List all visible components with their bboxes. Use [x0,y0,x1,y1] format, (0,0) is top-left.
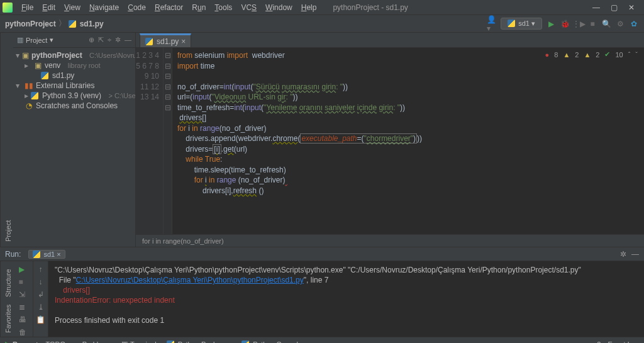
editor-tab-row: sd1.py × [136,33,644,48]
run-body: Favorites Structure ▶ ■ ⇲ ≣ 🖶 🗑 ↑ ↓ ↲ ⤓ … [0,261,644,337]
tab-project[interactable]: Project [2,220,12,242]
menu-view[interactable]: View [60,1,84,14]
collapse-all-icon[interactable]: ÷ [108,36,111,44]
run-config-select[interactable]: sd1 ▾ [501,18,542,30]
menu-edit[interactable]: Edit [38,1,59,14]
chevron-up-icon[interactable]: ˆ [628,51,631,59]
inspections-widget[interactable]: ●8 ▲2 ▲2 ✔10 ˆ ˇ [545,50,638,59]
fold-gutter: ⊟ ⊟ ⊟ ⊟ ⊟ ⊟ [164,48,172,234]
bt-event-log[interactable]: ●2 Event Log [591,340,639,344]
crumb-project[interactable]: pythonProject [5,20,56,28]
terminal-icon: ▣ [121,340,128,343]
menu-code[interactable]: Code [124,1,150,14]
bt-problems[interactable]: ●Problems [75,340,111,344]
run-action-gutter-2: ↑ ↓ ↲ ⤓ 📋 [33,261,48,337]
library-icon: ▮▮ [25,81,33,90]
bt-terminal[interactable]: ▣Terminal [121,340,157,343]
close-tab-icon[interactable]: × [181,37,186,46]
traceback-link[interactable]: C:\Users\Novruz\Desktop\Çalışma Yeri\Pyt… [76,276,304,284]
scratches-icon: ◔ [25,101,33,110]
nav-breadcrumb: pythonProject 〉 sd1.py [5,18,104,29]
export-icon[interactable]: 📋 [36,315,45,324]
menu-vcs[interactable]: VCS [237,1,260,14]
code-breadcrumb[interactable]: for i in range(no_of_driver) [136,234,644,247]
python-file-icon [145,37,154,46]
project-header-label[interactable]: Project [26,37,47,44]
stop-icon[interactable]: ■ [19,278,28,286]
chevron-down-icon[interactable]: ˇ [635,51,638,59]
run-icon: ▶ [5,340,10,343]
tab-structure[interactable]: Structure [2,269,12,297]
run-hide-icon[interactable]: — [631,250,639,259]
bt-python-console[interactable]: Python Console [242,340,302,344]
main-menu: File Edit View Navigate Code Refactor Ru… [18,1,320,14]
chevron-right-icon: 〉 [58,18,66,29]
python-file-icon [69,20,77,28]
down-icon[interactable]: ↓ [39,278,43,286]
toolbar-right: 👤▾ sd1 ▾ ▶ 🐞 ⋮▶ ■ 🔍 ⚙ ✿ [487,18,639,30]
window-title: pythonProject - sd1.py [320,3,591,12]
layout-icon[interactable]: ⇲ [19,290,28,299]
print-icon[interactable]: 🖶 [19,315,28,324]
menu-file[interactable]: File [18,1,37,14]
debug-button-icon[interactable]: 🐞 [560,19,570,29]
panel-settings-icon[interactable]: ✲ [115,36,121,44]
titlebar: File Edit View Navigate Code Refactor Ru… [0,0,644,15]
tree-python-env[interactable]: ▸Python 3.9 (venv) > C:\Users [13,91,135,101]
menu-run[interactable]: Run [188,1,209,14]
menu-refactor[interactable]: Refactor [151,1,187,14]
editor-body[interactable]: ●8 ▲2 ▲2 ✔10 ˆ ˇ 1 2 3 4 5 6 7 8 9 10 11… [136,48,644,234]
run-config-chip[interactable]: sd1 × [28,250,65,259]
menu-tools[interactable]: Tools [211,1,236,14]
delete-icon[interactable]: 🗑 [19,328,28,337]
tree-venv[interactable]: ▸▣venv library root [13,60,135,70]
python-icon [31,91,40,100]
tree-root[interactable]: ▾▣pythonProject C:\Users\Novruz\ [13,50,135,60]
editor: sd1.py × ●8 ▲2 ▲2 ✔10 ˆ ˇ 1 2 3 4 5 6 7 … [136,33,644,247]
bt-run[interactable]: ▶Run [5,340,26,343]
tree-scratches[interactable]: ◔Scratches and Consoles [13,101,135,111]
settings-icon[interactable]: ⚙ [615,19,625,29]
stop-button-icon[interactable]: ■ [587,19,597,29]
ide-update-icon[interactable]: ✿ [629,19,639,29]
project-header: ▥ Project ▾ ⊕ ⇱ ÷ ✲ — [13,33,135,48]
run-button-icon[interactable]: ▶ [546,19,556,29]
run-more-icon[interactable]: ⋮▶ [574,19,584,29]
error-count-icon: ● [545,51,550,59]
bt-todo[interactable]: ≔TODO [36,340,65,343]
run-header-label: Run: [5,250,21,259]
rerun-icon[interactable]: ▶ [19,265,28,274]
menu-window[interactable]: Window [262,1,296,14]
left-tool-stripe-bottom: Favorites Structure [0,261,13,337]
expand-all-icon[interactable]: ⇱ [98,36,104,44]
add-user-icon[interactable]: 👤▾ [487,19,497,29]
code-area[interactable]: from selenium import webdriver import ti… [172,48,644,234]
warning-count-icon: ▲ [563,51,570,59]
minimize-icon[interactable]: — [591,3,601,12]
typo-count-icon: ✔ [604,50,610,59]
tree-external-libs[interactable]: ▾▮▮External Libraries [13,81,135,91]
maximize-icon[interactable]: ▢ [609,3,619,12]
hide-panel-icon[interactable]: — [125,36,131,44]
run-settings-icon[interactable]: ✲ [620,250,626,259]
crumb-file[interactable]: sd1.py [80,20,104,28]
search-everywhere-icon[interactable]: 🔍 [601,19,611,29]
editor-tab-sd1[interactable]: sd1.py × [140,33,191,47]
left-tool-stripe: Project [0,33,13,247]
run-console[interactable]: "C:\Users\Novruz\Desktop\Çalışma Yeri\Py… [48,261,644,337]
up-icon[interactable]: ↑ [39,265,43,274]
tab-favorites[interactable]: Favorites [2,305,12,333]
menu-navigate[interactable]: Navigate [86,1,123,14]
python-icon [167,340,175,344]
project-tool-window: ▥ Project ▾ ⊕ ⇱ ÷ ✲ — ▾▣pythonProject C:… [13,33,136,247]
menu-help[interactable]: Help [297,1,321,14]
problems-icon: ● [75,340,80,344]
bt-python-packages[interactable]: Python Packages [167,340,232,344]
scroll-icon[interactable]: ⤓ [38,303,44,312]
wrap-icon[interactable]: ↲ [38,290,44,299]
select-opened-icon[interactable]: ⊕ [89,36,94,44]
close-icon[interactable]: ✕ [626,3,636,12]
filter-icon[interactable]: ≣ [19,303,28,312]
tree-file-sd1[interactable]: sd1.py [13,70,135,81]
weak-warning-icon: ▲ [584,51,591,59]
